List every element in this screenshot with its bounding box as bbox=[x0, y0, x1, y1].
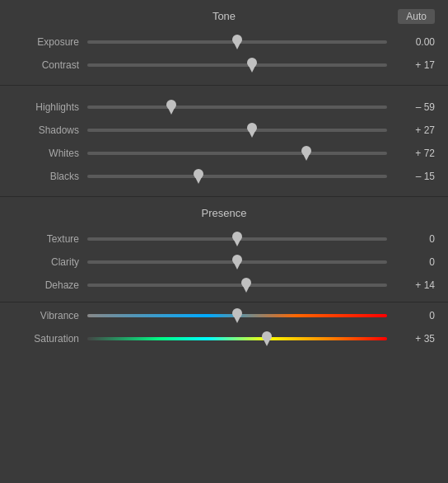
highlights-slider-container[interactable] bbox=[87, 99, 387, 115]
texture-thumb[interactable] bbox=[231, 232, 243, 246]
exposure-thumb[interactable] bbox=[231, 35, 243, 49]
presence-section: Presence Texture 0 Clarity bbox=[0, 197, 448, 359]
saturation-thumb[interactable] bbox=[261, 331, 273, 346]
shadows-thumb[interactable] bbox=[246, 123, 258, 138]
saturation-slider-container[interactable] bbox=[87, 331, 387, 347]
dehaze-value: + 14 bbox=[395, 279, 435, 291]
clarity-slider-container[interactable] bbox=[87, 254, 387, 270]
dehaze-slider-container[interactable] bbox=[87, 277, 387, 293]
vibrance-value: 0 bbox=[395, 310, 435, 321]
contrast-thumb[interactable] bbox=[246, 58, 258, 73]
exposure-slider-container[interactable] bbox=[87, 34, 387, 50]
vibrance-row: Vibrance 0 bbox=[0, 304, 448, 327]
exposure-label: Exposure bbox=[13, 36, 79, 48]
texture-row: Texture 0 bbox=[0, 227, 448, 251]
contrast-track bbox=[87, 63, 387, 67]
auto-button[interactable]: Auto bbox=[398, 9, 435, 24]
contrast-slider-container[interactable] bbox=[87, 57, 387, 73]
vibrance-thumb[interactable] bbox=[231, 308, 243, 323]
whites-row: Whites + 72 bbox=[0, 142, 448, 165]
tonal-section: Highlights – 59 Shadows bbox=[0, 86, 448, 197]
shadows-value: + 27 bbox=[395, 124, 435, 136]
saturation-value: + 35 bbox=[395, 333, 435, 345]
tone-title: Tone bbox=[212, 10, 236, 22]
whites-track bbox=[87, 152, 387, 155]
whites-thumb[interactable] bbox=[301, 146, 312, 161]
shadows-row: Shadows + 27 bbox=[0, 119, 448, 142]
vibrance-slider-container[interactable] bbox=[87, 307, 387, 324]
highlights-value: – 59 bbox=[395, 101, 435, 113]
clarity-thumb[interactable] bbox=[231, 255, 243, 270]
texture-track bbox=[87, 237, 387, 241]
contrast-label: Contrast bbox=[13, 59, 79, 71]
tone-header: Tone Auto bbox=[0, 7, 448, 26]
highlights-label: Highlights bbox=[13, 101, 79, 113]
blacks-thumb[interactable] bbox=[193, 169, 204, 184]
clarity-label: Clarity bbox=[13, 256, 79, 268]
tone-section: Tone Auto Exposure 0.00 Contrast bbox=[0, 0, 448, 86]
exposure-row: Exposure 0.00 bbox=[0, 30, 448, 54]
shadows-slider-container[interactable] bbox=[87, 122, 387, 138]
saturation-label: Saturation bbox=[13, 333, 79, 345]
clarity-row: Clarity 0 bbox=[0, 251, 448, 274]
presence-header: Presence bbox=[0, 204, 448, 223]
highlights-thumb[interactable] bbox=[166, 100, 177, 115]
contrast-value: + 17 bbox=[395, 59, 435, 71]
blacks-label: Blacks bbox=[13, 171, 79, 182]
exposure-track bbox=[87, 40, 387, 44]
texture-slider-container[interactable] bbox=[87, 231, 387, 247]
blacks-track bbox=[87, 175, 387, 178]
tone-panel: Tone Auto Exposure 0.00 Contrast bbox=[0, 0, 448, 359]
exposure-value: 0.00 bbox=[395, 36, 435, 48]
shadows-label: Shadows bbox=[13, 124, 79, 136]
contrast-row: Contrast + 17 bbox=[0, 54, 448, 77]
highlights-row: Highlights – 59 bbox=[0, 96, 448, 119]
whites-label: Whites bbox=[13, 148, 79, 159]
clarity-value: 0 bbox=[395, 256, 435, 268]
dehaze-track bbox=[87, 284, 387, 287]
shadows-track bbox=[87, 129, 387, 132]
dehaze-label: Dehaze bbox=[13, 279, 79, 291]
texture-value: 0 bbox=[395, 233, 435, 245]
saturation-row: Saturation + 35 bbox=[0, 327, 448, 350]
blacks-slider-container[interactable] bbox=[87, 168, 387, 185]
saturation-track bbox=[87, 337, 387, 340]
blacks-value: – 15 bbox=[395, 171, 435, 182]
presence-title: Presence bbox=[202, 207, 247, 219]
dehaze-thumb[interactable] bbox=[240, 278, 252, 293]
blacks-row: Blacks – 15 bbox=[0, 165, 448, 188]
dehaze-row: Dehaze + 14 bbox=[0, 274, 448, 297]
texture-label: Texture bbox=[13, 233, 79, 245]
whites-value: + 72 bbox=[395, 148, 435, 159]
vibrance-label: Vibrance bbox=[13, 310, 79, 321]
whites-slider-container[interactable] bbox=[87, 145, 387, 162]
highlights-track bbox=[87, 106, 387, 109]
presence-divider bbox=[0, 302, 448, 302]
clarity-track bbox=[87, 260, 387, 264]
